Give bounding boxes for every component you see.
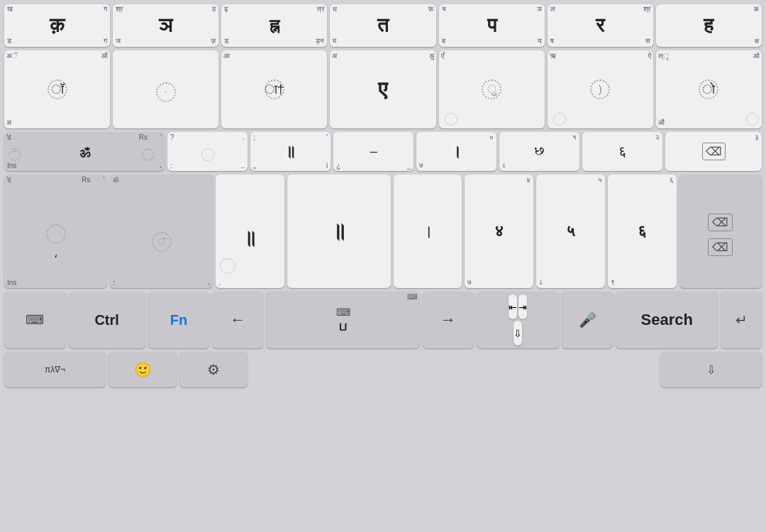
key-arrow-right[interactable]: → — [423, 292, 474, 348]
key-pa[interactable]: भ ञ प ब य — [439, 4, 545, 47]
keyboard-row-1: ख ग क़ ड ग श्र ठ ञ ज ज़ ढ़ त्र ह्न ड ड़न… — [4, 4, 762, 47]
keyboard-row-5: ⌨ Ctrl Fn ← ⌨ ப ⌨ → ⇤ ⇥ ⇩ 🎤 — [4, 292, 762, 348]
key-fn[interactable]: Fn — [148, 292, 210, 348]
key-emoji[interactable]: 🙂 — [109, 352, 177, 387]
key-num-0[interactable]: ० । ७ — [416, 132, 496, 171]
key-settings[interactable]: ⚙ — [179, 352, 248, 387]
key-5[interactable]: ५ ५ ८ — [536, 174, 605, 288]
key-end[interactable]: ⇥ — [518, 294, 527, 319]
key-om[interactable]: ॐ ॅ ؛ ، — [110, 174, 213, 288]
key-candra-aa[interactable]: अॅ ऑ ॉ अ — [4, 50, 110, 128]
key-resize-bottom[interactable]: ⇩ — [660, 352, 762, 387]
key-backslash-t-rs[interactable]: \t Rs ' ॐ ⌒ Ins ، — [4, 132, 165, 171]
key-e-sign[interactable]: अ अु ए — [330, 50, 435, 128]
key-pipe[interactable]: ॥ — [287, 174, 390, 288]
keyboard-row-3: \t Rs ' ॐ ⌒ Ins ، ? . : .. ; ' ॥ „ i – ¿… — [4, 132, 762, 171]
keyboard-row-4: \t Rs ' ، Ins ॐ ॅ ؛ ، ॥ . ॥ । ४ ४ ७ ५ ५ … — [4, 174, 762, 288]
key-cursor[interactable]: । — [394, 174, 462, 288]
key-mic[interactable]: 🎤 — [562, 292, 613, 348]
key-backspace-top[interactable]: ३ ⌫ — [665, 132, 762, 171]
key-6[interactable]: ६ ६ ९ — [608, 174, 677, 288]
key-ctrl[interactable]: Ctrl — [69, 292, 145, 348]
keyboard-row-2: अॅ ऑ ॉ अ · आ ा† अ अु ए एँ ु ऋ ऐ ) — [4, 50, 762, 128]
key-en-sign[interactable]: एँ ु — [439, 50, 545, 128]
key-dash[interactable]: – ¿ _ — [333, 132, 413, 171]
key-aa-sign[interactable]: आ ा† — [221, 50, 327, 128]
key-ra[interactable]: ल श्र र ष स — [548, 4, 653, 47]
key-dot-sign[interactable]: · — [113, 50, 218, 128]
key-arrow-left[interactable]: ← — [212, 292, 263, 348]
key-enter[interactable]: ↵ — [721, 292, 762, 348]
key-num-1[interactable]: १ ꣸ ८ — [499, 132, 579, 171]
key-ha[interactable]: ळ ह क्ष — [656, 4, 762, 47]
key-home[interactable]: ⇤ — [509, 294, 517, 319]
key-special-ins[interactable]: \t Rs ' ، Ins — [4, 174, 107, 288]
key-o-sign[interactable]: ल्ृ ओ ो औ — [656, 50, 762, 128]
key-4[interactable]: ४ ४ ७ — [465, 174, 533, 288]
key-danda[interactable]: ; ' ॥ „ i — [250, 132, 331, 171]
key-backspace-main[interactable]: ⌫ ⌫ — [679, 174, 762, 288]
key-double-danda[interactable]: ॥ . — [216, 174, 284, 288]
key-ri-sign[interactable]: ऋ ऐ ) — [548, 50, 653, 128]
key-search[interactable]: Search — [616, 292, 718, 348]
key-resize-down[interactable]: ⇩ — [514, 321, 522, 345]
key-ta[interactable]: ध फ़ त म — [330, 4, 435, 47]
key-num-2[interactable]: २ ६ — [582, 132, 662, 171]
key-ka[interactable]: ख ग क़ ड ग — [4, 4, 110, 47]
key-ja[interactable]: श्र ठ ञ ज ज़ — [113, 4, 218, 47]
keyboard-row-6: πλ∇¬ 🙂 ⚙ ⇩ — [4, 352, 762, 387]
key-nav-block: ⇤ ⇥ ⇩ — [477, 292, 559, 348]
spacer — [250, 352, 657, 387]
key-space[interactable]: ⌨ ப ⌨ — [266, 292, 419, 348]
key-keyboard-switch-left[interactable]: ⌨ — [4, 292, 66, 348]
key-symbols[interactable]: πλ∇¬ — [4, 352, 106, 387]
key-question[interactable]: ? . : .. — [167, 132, 248, 171]
key-ha-n[interactable]: ढ़ त्र ह्न ड ड़न — [221, 4, 327, 47]
